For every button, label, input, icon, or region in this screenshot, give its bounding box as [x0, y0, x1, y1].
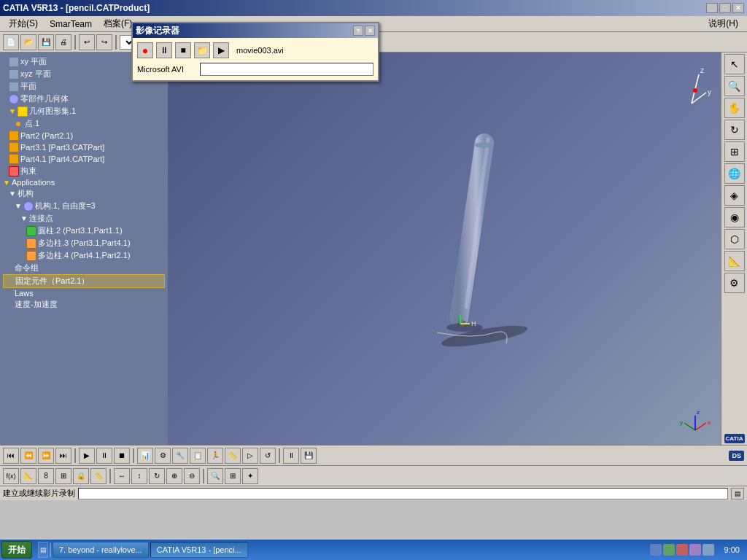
- menu-help[interactable]: 说明(H): [703, 16, 744, 31]
- command-btn[interactable]: 📋: [190, 448, 206, 464]
- settings-btn[interactable]: ⚙: [724, 273, 745, 293]
- scale-btn[interactable]: ⊖: [184, 468, 200, 484]
- tree-item-mechanism[interactable]: ▼ 机构: [3, 187, 165, 200]
- simulate-btn[interactable]: ▷: [242, 448, 258, 464]
- svg-text:y: y: [680, 419, 683, 426]
- num-btn[interactable]: 8: [38, 468, 54, 484]
- prev-btn[interactable]: ⏪: [20, 448, 36, 464]
- mech-btn[interactable]: ⚙: [155, 448, 171, 464]
- main-area: xy 平面 xyz 平面 平面 零部件几何体 ▼ 几何图形集.1 点.1 Par…: [0, 52, 747, 445]
- undo-btn[interactable]: ↩: [79, 34, 95, 50]
- graph-btn[interactable]: 📐: [20, 468, 36, 484]
- part-icon: [9, 131, 19, 141]
- status-expand-btn[interactable]: ▤: [731, 488, 744, 499]
- sym-btn[interactable]: ⊕: [166, 468, 182, 484]
- dialog-title-bar: 影像记录器 ? ✕: [133, 23, 378, 38]
- wire-btn[interactable]: ⬡: [724, 229, 745, 249]
- sep-b5: [203, 469, 204, 483]
- tree-item-fixed[interactable]: 固定元件（Part2.1）: [3, 274, 165, 288]
- bottom-toolbar1: ⏮ ⏪ ⏩ ⏭ ▶ ⏸ ⏹ 📊 ⚙ 🔧 📋 🏃 📏 ▷ ↺ Ⅱ 💾 DS: [0, 445, 747, 465]
- svg-line-11: [695, 423, 706, 430]
- redo-btn[interactable]: ↪: [96, 34, 112, 50]
- replay-btn[interactable]: ↺: [260, 448, 276, 464]
- pan-btn[interactable]: ✋: [724, 98, 745, 118]
- viewport[interactable]: z y: [168, 52, 721, 445]
- menu-start[interactable]: 开始(S): [3, 16, 44, 31]
- render-btn[interactable]: ◈: [724, 185, 745, 206]
- export-btn[interactable]: 💾: [301, 448, 317, 464]
- formula-btn[interactable]: f(x): [3, 468, 19, 484]
- tree-item-plane[interactable]: 平面: [3, 80, 165, 93]
- dialog-format-input[interactable]: [200, 63, 374, 76]
- align-btn[interactable]: ↕: [131, 468, 147, 484]
- tree-item-part3[interactable]: Part3.1 [Part3.CATPart]: [3, 141, 165, 153]
- open-btn[interactable]: 📂: [20, 34, 36, 50]
- system-tray: [647, 544, 717, 556]
- svg-point-4: [693, 88, 697, 93]
- rotate-btn[interactable]: ↻: [724, 120, 745, 140]
- view3d-btn[interactable]: 🌐: [724, 163, 745, 184]
- tree-item-commands[interactable]: 命令组: [3, 262, 165, 274]
- speed-btn[interactable]: 🏃: [207, 448, 223, 464]
- tree-item-speed[interactable]: 速度-加速度: [3, 298, 165, 311]
- zoom-btn[interactable]: 🔍: [724, 76, 745, 96]
- print-btn[interactable]: 🖨: [55, 34, 71, 50]
- maximize-button[interactable]: □: [719, 3, 731, 13]
- shade-btn[interactable]: ◉: [724, 207, 745, 228]
- save-btn[interactable]: 💾: [38, 34, 54, 50]
- dialog-overlay: 影像记录器 ? ✕ ● ⏸ ■ 📁 ▶ movie003.avi Microso…: [131, 22, 379, 82]
- first-frame-btn[interactable]: ⏮: [3, 448, 19, 464]
- pencil-3d: H: [379, 121, 597, 376]
- tree-item-mechanism1[interactable]: ▼ 机构.1, 自由度=3: [3, 200, 165, 212]
- analysis-btn[interactable]: 📊: [137, 448, 153, 464]
- play-btn-b[interactable]: ▶: [79, 448, 95, 464]
- menu-smarteam[interactable]: SmarTeam: [44, 18, 98, 31]
- ruler-btn[interactable]: 📏: [90, 468, 107, 484]
- tree-item-joints[interactable]: ▼ 连接点: [3, 212, 165, 225]
- move-btn[interactable]: ↔: [114, 468, 130, 484]
- stop-btn-b[interactable]: ⏹: [114, 448, 130, 464]
- fit-btn[interactable]: ⊞: [724, 141, 745, 162]
- section-btn[interactable]: ✦: [242, 468, 258, 484]
- tree-item-constraint[interactable]: 拘束: [3, 165, 165, 177]
- tree-item-part4[interactable]: Part4.1 [Part4.CATPart]: [3, 153, 165, 165]
- tree-item-polygon3[interactable]: 多边柱.3 (Part3.1,Part4.1): [3, 237, 165, 249]
- new-btn[interactable]: 📄: [3, 34, 19, 50]
- close-button[interactable]: ✕: [732, 3, 744, 13]
- tree-item-polygon4[interactable]: 多边柱.4 (Part4.1,Part2.1): [3, 249, 165, 262]
- tree-item-applications[interactable]: ▼ Applications: [3, 177, 165, 187]
- status-input[interactable]: [78, 488, 728, 499]
- lock-btn[interactable]: 🔒: [73, 468, 89, 484]
- tree-item-cylinder2[interactable]: 圆柱.2 (Part3.1,Part1.1): [3, 225, 165, 237]
- next-btn[interactable]: ⏩: [38, 448, 54, 464]
- record-btn[interactable]: ●: [137, 42, 153, 58]
- play-dialog-btn[interactable]: ▶: [213, 42, 229, 58]
- taskbar-item-music[interactable]: 7. beyond - reallylove...: [53, 542, 149, 558]
- folder-dialog-btn[interactable]: 📁: [194, 42, 210, 58]
- joint-btn[interactable]: 🔧: [172, 448, 188, 464]
- fit2-btn[interactable]: ⊞: [225, 468, 241, 484]
- tree-item-geo-set[interactable]: ▼ 几何图形集.1: [3, 105, 165, 117]
- law-btn[interactable]: 📏: [225, 448, 241, 464]
- tree-item-point[interactable]: 点.1: [3, 117, 165, 130]
- rotate2-btn[interactable]: ↻: [149, 468, 165, 484]
- tree-item-geometry[interactable]: 零部件几何体: [3, 93, 165, 105]
- dialog-close-btn[interactable]: ✕: [365, 26, 375, 36]
- stop-dialog-btn[interactable]: ■: [175, 42, 191, 58]
- tree-item-part2[interactable]: Part2 (Part2.1): [3, 130, 165, 141]
- pause-btn-b[interactable]: ⏸: [96, 448, 112, 464]
- dialog-help-btn[interactable]: ?: [353, 26, 363, 36]
- tree-item-laws[interactable]: Laws: [3, 288, 165, 298]
- dm-btn[interactable]: Ⅱ: [283, 448, 299, 464]
- select-btn[interactable]: ↖: [724, 54, 745, 74]
- taskbar-item-catia[interactable]: CATIA V5R13 - [penci...: [150, 542, 248, 558]
- grid-btn[interactable]: ⊞: [55, 468, 71, 484]
- tree-panel: xy 平面 xyz 平面 平面 零部件几何体 ▼ 几何图形集.1 点.1 Par…: [0, 52, 168, 445]
- taskbar-show-desktop[interactable]: ▤: [38, 542, 48, 558]
- pause-dialog-btn[interactable]: ⏸: [156, 42, 172, 58]
- measure-right-btn[interactable]: 📐: [724, 251, 745, 271]
- zoomin-btn[interactable]: 🔍: [207, 468, 223, 484]
- start-button[interactable]: 开始: [1, 541, 32, 559]
- minimize-button[interactable]: _: [706, 3, 718, 13]
- last-frame-btn[interactable]: ⏭: [55, 448, 71, 464]
